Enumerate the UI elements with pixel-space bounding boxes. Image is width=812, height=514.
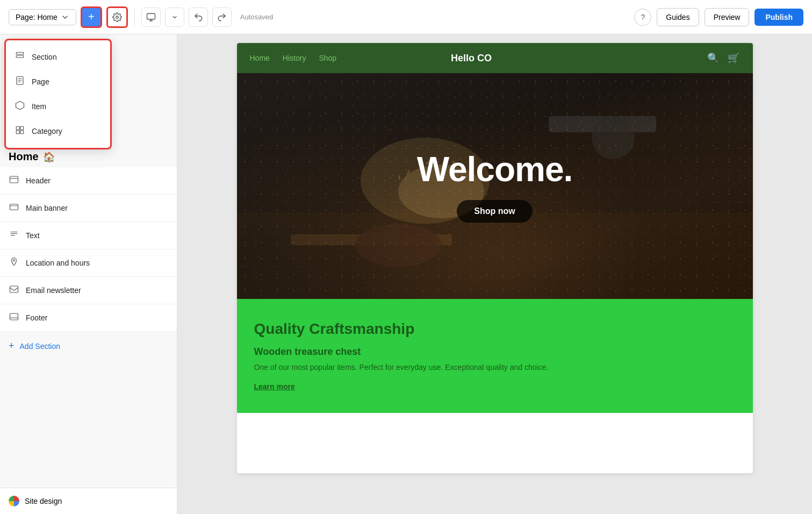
email-icon	[9, 284, 19, 296]
plus-icon: +	[88, 11, 95, 23]
sidebar-item-email[interactable]: Email newsletter	[0, 277, 177, 304]
sidebar-header-label: Header	[26, 176, 51, 185]
svg-rect-3	[17, 77, 23, 85]
svg-rect-8	[10, 176, 18, 183]
sidebar-item-text[interactable]: Text	[0, 222, 177, 249]
product-name: Wooden treasure chest	[254, 346, 736, 358]
settings-button[interactable]	[106, 6, 128, 28]
item-icon	[15, 101, 25, 112]
sidebar-item-location[interactable]: Location and hours	[0, 249, 177, 277]
preview-frame: Home History Shop Hello CO 🔍 🛒	[237, 43, 753, 473]
sidebar-item-footer[interactable]: Footer	[0, 304, 177, 332]
sidebar-email-label: Email newsletter	[26, 286, 81, 295]
learn-more-link[interactable]: Learn more	[254, 382, 295, 391]
search-nav-icon[interactable]: 🔍	[707, 52, 719, 64]
plus-section-icon: +	[9, 340, 15, 352]
separator	[134, 9, 135, 26]
nav-link-home[interactable]: Home	[250, 54, 270, 62]
home-title: Home	[9, 151, 39, 163]
category-icon	[15, 125, 25, 137]
green-section: Quality Craftsmanship Wooden treasure ch…	[237, 299, 753, 413]
dropdown-item-section[interactable]: Section	[6, 45, 110, 69]
sidebar-item-header[interactable]: Header	[0, 167, 177, 195]
svg-rect-9	[10, 204, 18, 210]
site-design-button[interactable]: Site design	[0, 488, 177, 514]
main-layout: Section Page Item	[0, 34, 812, 514]
preview-button[interactable]: Preview	[705, 8, 750, 26]
topbar-left: Page: Home +	[9, 6, 273, 28]
dropdown-item-category[interactable]: Category	[6, 119, 110, 144]
help-icon: ?	[641, 13, 645, 22]
page-selector-label: Page: Home	[16, 13, 58, 22]
add-dropdown-menu: Section Page Item	[4, 39, 112, 149]
sidebar-item-main-banner[interactable]: Main banner	[0, 195, 177, 222]
add-button[interactable]: +	[81, 6, 102, 28]
hero-section: Welcome. Shop now	[237, 73, 753, 299]
product-description: One of our most popular items. Perfect f…	[254, 362, 736, 373]
dropdown-item-page[interactable]: Page	[6, 69, 110, 94]
nav-link-history[interactable]: History	[283, 54, 306, 62]
dropdown-item-label: Item	[32, 102, 46, 111]
redo-icon	[217, 12, 227, 22]
banner-icon	[9, 202, 19, 214]
sidebar-location-label: Location and hours	[26, 259, 90, 267]
hero-content: Welcome. Shop now	[237, 73, 753, 299]
page-selector[interactable]: Page: Home	[9, 9, 76, 25]
site-nav: Home History Shop Hello CO 🔍 🛒	[237, 43, 753, 73]
sidebar-text-label: Text	[26, 231, 40, 240]
sidebar-banner-label: Main banner	[26, 204, 68, 212]
svg-rect-12	[10, 313, 18, 320]
publish-button[interactable]: Publish	[754, 9, 803, 26]
site-nav-icons: 🔍 🛒	[707, 52, 739, 64]
cart-nav-icon[interactable]: 🛒	[728, 52, 739, 64]
dropdown-section-label: Section	[32, 53, 57, 61]
location-icon	[9, 257, 19, 269]
sidebar-footer-label: Footer	[26, 313, 47, 322]
dropdown-page-label: Page	[32, 77, 49, 86]
svg-rect-11	[10, 286, 18, 292]
page-icon	[15, 76, 25, 88]
svg-rect-0	[147, 13, 155, 19]
section-icon	[15, 51, 25, 63]
chevron-down-small-icon	[171, 14, 178, 20]
svg-rect-1	[16, 52, 24, 54]
help-button[interactable]: ?	[634, 9, 651, 26]
hero-title: Welcome.	[417, 149, 573, 189]
svg-point-10	[13, 260, 15, 261]
autosaved-status: Autosaved	[240, 13, 273, 21]
preview-area: Home History Shop Hello CO 🔍 🛒	[177, 34, 812, 514]
topbar-right: ? Guides Preview Publish	[634, 8, 803, 26]
site-design-label: Site design	[25, 497, 62, 505]
dropdown-arrow-btn[interactable]	[165, 8, 184, 27]
desktop-icon	[146, 12, 156, 22]
svg-rect-2	[16, 55, 24, 58]
svg-rect-7	[20, 131, 24, 134]
guides-button[interactable]: Guides	[657, 8, 699, 26]
chevron-down-icon	[61, 13, 69, 22]
dropdown-category-label: Category	[32, 127, 62, 135]
nav-link-shop[interactable]: Shop	[319, 54, 336, 62]
svg-rect-5	[20, 126, 24, 130]
svg-rect-6	[16, 131, 19, 134]
undo-icon	[193, 12, 203, 22]
hero-cta-button[interactable]: Shop now	[457, 200, 532, 223]
home-icon: 🏠	[43, 151, 55, 163]
dropdown-item-item[interactable]: Item	[6, 94, 110, 119]
topbar: Page: Home +	[0, 0, 812, 34]
text-icon	[9, 230, 19, 241]
green-section-title: Quality Craftsmanship	[254, 320, 736, 338]
site-nav-brand: Hello CO	[451, 53, 492, 64]
undo-button[interactable]	[189, 8, 208, 27]
redo-button[interactable]	[212, 8, 232, 27]
sidebar: Section Page Item	[0, 34, 177, 514]
add-section-label: Add Section	[20, 342, 61, 351]
header-section-icon	[9, 175, 19, 187]
svg-rect-4	[16, 126, 19, 130]
device-icon-btn[interactable]	[141, 8, 161, 27]
site-design-icon	[9, 496, 19, 506]
footer-icon	[9, 312, 19, 324]
gear-icon	[112, 12, 122, 22]
add-section-button[interactable]: + Add Section	[0, 332, 177, 360]
